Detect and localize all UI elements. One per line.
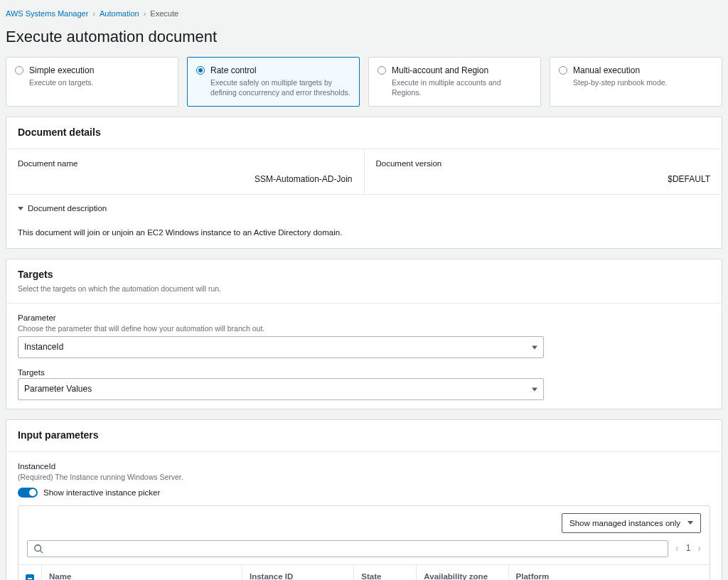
panel-subtitle: Select the targets on which the automati… bbox=[18, 284, 710, 294]
radio-icon bbox=[559, 66, 567, 75]
page-title: Execute automation document bbox=[6, 26, 722, 48]
search-icon bbox=[33, 544, 43, 554]
select-value: InstanceId bbox=[24, 342, 63, 352]
document-name-value: SSM-Automation-AD-Join bbox=[18, 173, 353, 186]
next-page-button[interactable]: › bbox=[697, 542, 701, 556]
exec-option-title: Simple execution bbox=[29, 65, 94, 77]
chevron-right-icon: › bbox=[144, 9, 146, 19]
breadcrumb-current: Execute bbox=[150, 9, 178, 19]
instanceid-hint: (Required) The Instance running Windows … bbox=[18, 472, 710, 483]
input-parameters-panel: Input parameters InstanceId (Required) T… bbox=[6, 419, 722, 580]
exec-option-manual[interactable]: Manual execution Step-by-step runbook mo… bbox=[550, 57, 722, 107]
targets-label: Targets bbox=[18, 367, 710, 378]
document-description-toggle[interactable]: Document description bbox=[18, 203, 107, 214]
show-managed-instances-filter[interactable]: Show managed instances only bbox=[562, 513, 701, 533]
parameter-select[interactable]: InstanceId bbox=[18, 336, 544, 358]
svg-point-0 bbox=[35, 544, 41, 551]
exec-option-desc: Step-by-step runbook mode. bbox=[573, 78, 668, 88]
panel-title: Document details bbox=[18, 126, 710, 140]
pagination: ‹ 1 › bbox=[675, 542, 701, 556]
prev-page-button[interactable]: ‹ bbox=[675, 542, 679, 556]
exec-option-desc: Execute in multiple accounts and Regions… bbox=[392, 78, 532, 97]
select-all-checkbox[interactable] bbox=[26, 574, 34, 580]
instance-search-input[interactable] bbox=[48, 544, 662, 554]
targets-select[interactable]: Parameter Values bbox=[18, 378, 544, 400]
radio-icon bbox=[15, 66, 23, 75]
document-name-label: Document name bbox=[18, 158, 353, 169]
breadcrumb: AWS Systems Manager › Automation › Execu… bbox=[6, 6, 722, 26]
instance-picker-toggle[interactable] bbox=[18, 488, 38, 498]
page-number: 1 bbox=[686, 542, 691, 554]
chevron-down-icon bbox=[687, 521, 693, 525]
col-name[interactable]: Name bbox=[42, 564, 242, 580]
expander-label: Document description bbox=[28, 203, 107, 214]
execution-type-group: Simple execution Execute on targets. Rat… bbox=[6, 57, 722, 107]
col-az[interactable]: Availability zone bbox=[417, 564, 508, 580]
exec-option-multi-account[interactable]: Multi-account and Region Execute in mult… bbox=[368, 57, 541, 107]
panel-title: Targets bbox=[18, 268, 710, 282]
col-id[interactable]: Instance ID bbox=[242, 564, 353, 580]
document-description-text: This document will join or unjoin an EC2… bbox=[6, 221, 722, 248]
col-platform[interactable]: Platform bbox=[508, 564, 710, 580]
document-version-value: $DEFAULT bbox=[376, 173, 711, 186]
parameter-label: Parameter bbox=[18, 312, 710, 323]
chevron-down-icon bbox=[532, 387, 537, 391]
exec-option-title: Multi-account and Region bbox=[392, 65, 532, 77]
exec-option-title: Manual execution bbox=[573, 65, 668, 77]
exec-option-rate-control[interactable]: Rate control Execute safely on multiple … bbox=[187, 57, 360, 107]
chevron-down-icon bbox=[532, 345, 537, 349]
radio-icon bbox=[378, 66, 386, 75]
instance-table: Name Instance ID State Availability zone… bbox=[18, 564, 710, 580]
filter-label: Show managed instances only bbox=[569, 517, 680, 529]
exec-option-desc: Execute on targets. bbox=[29, 78, 94, 88]
instance-search-box[interactable] bbox=[27, 540, 668, 557]
chevron-down-icon bbox=[18, 207, 23, 210]
exec-option-desc: Execute safely on multiple targets by de… bbox=[210, 78, 350, 97]
panel-title: Input parameters bbox=[18, 429, 710, 443]
exec-option-title: Rate control bbox=[210, 65, 350, 77]
parameter-hint: Choose the parameter that will define ho… bbox=[18, 323, 710, 334]
breadcrumb-link[interactable]: Automation bbox=[100, 9, 139, 19]
instanceid-label: InstanceId bbox=[18, 461, 710, 472]
col-state[interactable]: State bbox=[354, 564, 417, 580]
document-version-label: Document version bbox=[376, 158, 711, 169]
targets-panel: Targets Select the targets on which the … bbox=[6, 259, 722, 409]
select-value: Parameter Values bbox=[24, 384, 92, 394]
instance-picker: Show managed instances only ‹ 1 › bbox=[18, 505, 710, 580]
breadcrumb-link[interactable]: AWS Systems Manager bbox=[6, 9, 88, 19]
radio-icon bbox=[196, 66, 205, 75]
exec-option-simple[interactable]: Simple execution Execute on targets. bbox=[6, 57, 178, 107]
toggle-label: Show interactive instance picker bbox=[43, 487, 160, 498]
svg-line-1 bbox=[41, 550, 43, 553]
chevron-right-icon: › bbox=[92, 9, 95, 19]
document-details-panel: Document details Document name SSM-Autom… bbox=[6, 117, 722, 249]
